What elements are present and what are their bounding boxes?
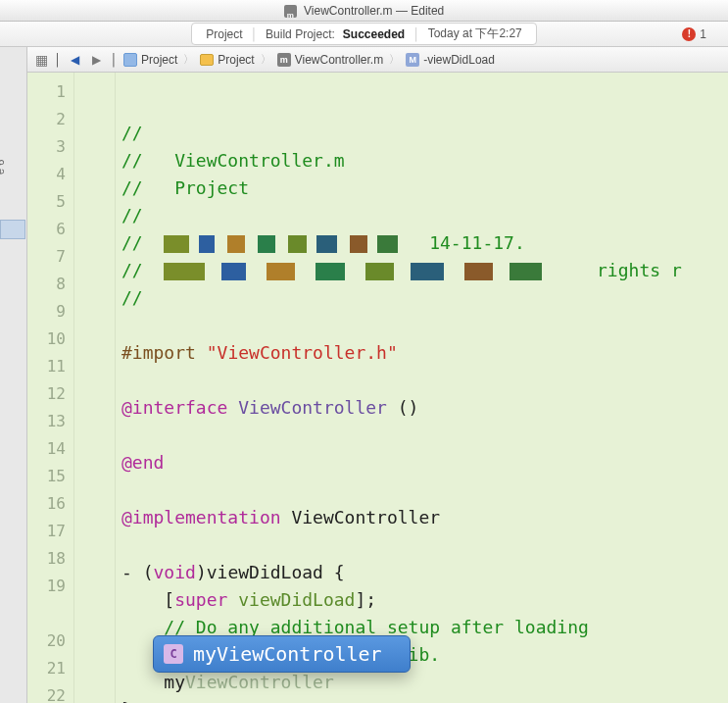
- code-line[interactable]: [121, 531, 728, 559]
- file-m-icon: m: [284, 5, 297, 18]
- line-number: 2: [27, 106, 73, 133]
- jumpbar-divider: │: [111, 53, 119, 67]
- code-line[interactable]: // 14-11-17.: [121, 229, 728, 257]
- crumb-project-root[interactable]: Project: [123, 53, 177, 67]
- crumb-label: Project: [218, 53, 254, 67]
- status-sep-icon: │: [413, 27, 420, 41]
- nav-forward-icon[interactable]: ▶: [89, 52, 105, 68]
- line-number: 17: [27, 518, 73, 545]
- build-status-pill[interactable]: Project │ Build Project: Succeeded │ Tod…: [191, 23, 537, 45]
- status-result: Succeeded: [343, 27, 405, 41]
- code-line[interactable]: @interface ViewController (): [121, 394, 728, 422]
- crumb-symbol[interactable]: M -viewDidLoad: [406, 53, 495, 67]
- line-number: 14: [27, 435, 73, 463]
- line-number: 13: [27, 408, 73, 435]
- line-number: 11: [27, 353, 73, 380]
- autocomplete-popup[interactable]: C myViewController: [153, 635, 411, 673]
- redacted-block: [164, 235, 418, 253]
- error-count: 1: [700, 27, 706, 41]
- code-line[interactable]: // ViewController.m: [121, 147, 728, 175]
- line-number: 7: [27, 243, 73, 271]
- left-selection-indicator[interactable]: [0, 220, 25, 239]
- code-content[interactable]: //// ViewController.m// Project//// 14-1…: [116, 73, 728, 703]
- line-number: 20: [27, 628, 73, 655]
- issues-badge[interactable]: ! 1: [682, 27, 706, 41]
- crumb-label: ViewController.m: [295, 53, 383, 67]
- line-number: 3: [27, 133, 73, 161]
- left-tab-label: e 6: [0, 160, 6, 175]
- line-number: 4: [27, 161, 73, 188]
- navigator-strip: e 6: [0, 47, 27, 703]
- jumpbar-divider: │: [54, 53, 62, 67]
- status-sep-icon: │: [251, 27, 259, 41]
- code-line[interactable]: }: [121, 696, 728, 703]
- window-titlebar: m ViewController.m — Edited: [0, 0, 728, 22]
- line-number: 6: [27, 216, 73, 243]
- line-number: 21: [27, 655, 73, 682]
- completion-label: myViewController: [193, 642, 382, 666]
- code-line[interactable]: - (void)viewDidLoad {: [121, 559, 728, 586]
- line-number: 10: [27, 326, 73, 353]
- status-time: Today at 下午2:27: [428, 25, 522, 42]
- nav-back-icon[interactable]: ◀: [68, 52, 83, 68]
- line-number: 9: [27, 298, 73, 326]
- code-line[interactable]: [121, 367, 728, 394]
- project-icon: [123, 53, 137, 67]
- chevron-right-icon: 〉: [183, 52, 194, 67]
- line-number: 12: [27, 380, 73, 408]
- editor-area: ▦ │ ◀ ▶ │ Project 〉 Project 〉 m ViewCont…: [27, 47, 728, 703]
- source-editor[interactable]: 12345678910111213141516171819202122 ////…: [27, 73, 728, 703]
- activity-bar: Project │ Build Project: Succeeded │ Tod…: [0, 22, 728, 47]
- line-number: 5: [27, 188, 73, 216]
- code-line[interactable]: @end: [121, 449, 728, 477]
- code-line[interactable]: // rights r: [121, 257, 728, 284]
- status-target: Project: [206, 27, 242, 41]
- line-number: 22: [27, 682, 73, 703]
- code-line[interactable]: //: [121, 120, 728, 147]
- code-line[interactable]: [121, 477, 728, 504]
- code-line[interactable]: [121, 312, 728, 339]
- completion-kind-icon: C: [164, 644, 183, 664]
- code-line[interactable]: //: [121, 284, 728, 312]
- redacted-block: [164, 263, 575, 280]
- code-line[interactable]: #import "ViewController.h": [121, 339, 728, 367]
- code-line[interactable]: [super viewDidLoad];: [121, 586, 728, 614]
- code-line[interactable]: // Project: [121, 175, 728, 202]
- line-number: [27, 600, 73, 628]
- line-number: 8: [27, 271, 73, 298]
- method-icon: M: [406, 53, 419, 67]
- line-number: 1: [27, 78, 73, 106]
- chevron-right-icon: 〉: [261, 52, 271, 67]
- line-number: 18: [27, 545, 73, 573]
- code-line[interactable]: [121, 422, 728, 449]
- related-items-icon[interactable]: ▦: [35, 52, 48, 68]
- code-line[interactable]: myViewController: [121, 669, 728, 696]
- line-number: 15: [27, 463, 73, 490]
- crumb-label: -viewDidLoad: [423, 53, 495, 67]
- code-line[interactable]: @implementation ViewController: [121, 504, 728, 531]
- breakpoint-margin[interactable]: [74, 73, 116, 703]
- jump-bar[interactable]: ▦ │ ◀ ▶ │ Project 〉 Project 〉 m ViewCont…: [27, 47, 728, 73]
- code-line[interactable]: //: [121, 202, 728, 229]
- crumb-folder[interactable]: Project: [200, 53, 254, 67]
- crumb-label: Project: [141, 53, 177, 67]
- line-number: 16: [27, 490, 73, 518]
- folder-icon: [200, 54, 214, 66]
- chevron-right-icon: 〉: [389, 52, 400, 67]
- line-number: 19: [27, 573, 73, 600]
- status-action: Build Project:: [266, 27, 335, 41]
- crumb-file[interactable]: m ViewController.m: [277, 53, 383, 67]
- line-number-gutter: 12345678910111213141516171819202122: [27, 73, 74, 703]
- error-icon: !: [682, 27, 696, 41]
- file-m-icon: m: [277, 53, 291, 67]
- window-title-text: ViewController.m — Edited: [304, 4, 444, 18]
